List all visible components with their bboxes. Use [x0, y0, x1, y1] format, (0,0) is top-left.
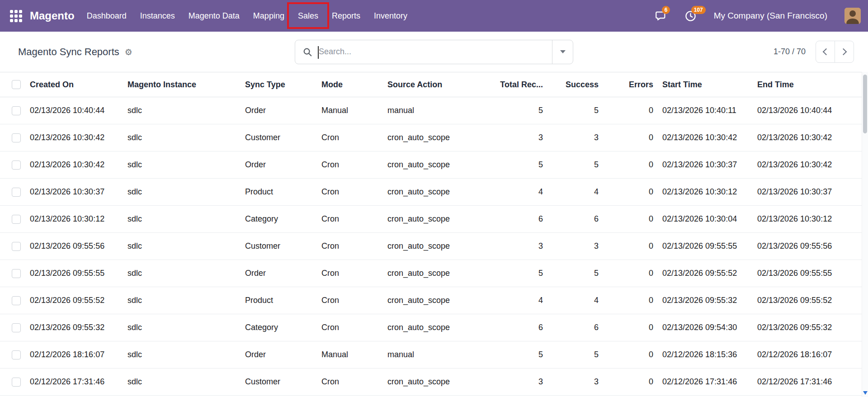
cell-magento-instance: sdlc — [123, 287, 241, 314]
activities-button[interactable]: 107 — [684, 10, 697, 22]
column-header-mode[interactable]: Mode — [317, 72, 383, 97]
select-all-checkbox[interactable] — [12, 80, 21, 89]
table-row[interactable]: 02/13/2026 09:55:32sdlcCategoryCroncron_… — [0, 314, 862, 341]
column-header-magento-instance[interactable]: Magento Instance — [123, 72, 241, 97]
cell-end-time: 02/13/2026 10:30:42 — [753, 151, 862, 179]
messages-badge: 6 — [662, 6, 670, 14]
cell-end-time: 02/13/2026 09:55:52 — [753, 287, 862, 314]
cell-source-action: cron_auto_scope — [383, 287, 491, 314]
row-checkbox[interactable] — [12, 269, 21, 278]
row-checkbox[interactable] — [12, 188, 21, 197]
table-row[interactable]: 02/12/2026 18:16:07sdlcOrderManualmanual… — [0, 341, 862, 369]
messages-button[interactable]: 6 — [655, 10, 667, 22]
scrollbar[interactable] — [862, 72, 868, 397]
table-row[interactable]: 02/13/2026 10:30:12sdlcCategoryCroncron_… — [0, 206, 862, 233]
cell-created-on: 02/13/2026 09:55:52 — [25, 287, 123, 314]
table-row[interactable]: 02/13/2026 09:55:56sdlcCustomerCroncron_… — [0, 233, 862, 260]
column-header-end-time[interactable]: End Time — [753, 72, 862, 97]
cell-mode: Cron — [317, 179, 383, 206]
cell-end-time: 02/12/2026 17:31:46 — [753, 369, 862, 396]
search-icon — [302, 47, 312, 57]
cell-sync-type: Order — [241, 151, 317, 179]
column-header-errors[interactable]: Errors — [603, 72, 658, 97]
user-avatar[interactable] — [844, 8, 861, 24]
cell-created-on: 02/13/2026 10:30:42 — [25, 124, 123, 151]
table-row[interactable]: 02/13/2026 10:30:42sdlcOrderCroncron_aut… — [0, 151, 862, 179]
company-switcher[interactable]: My Company (San Francisco) — [714, 11, 827, 21]
row-checkbox[interactable] — [12, 323, 21, 332]
cell-success: 5 — [547, 341, 603, 369]
cell-magento-instance: sdlc — [123, 97, 241, 124]
search-dropdown-toggle[interactable] — [552, 40, 573, 64]
table-row[interactable]: 02/13/2026 09:55:52sdlcProductCroncron_a… — [0, 287, 862, 314]
pager-next-button[interactable] — [835, 41, 854, 63]
cell-magento-instance: sdlc — [123, 151, 241, 179]
cell-errors: 0 — [603, 206, 658, 233]
table-row[interactable]: 02/13/2026 10:40:44sdlcOrderManualmanual… — [0, 97, 862, 124]
nav-item-dashboard[interactable]: Dashboard — [80, 0, 133, 32]
cell-magento-instance: sdlc — [123, 206, 241, 233]
cell-success: 4 — [547, 287, 603, 314]
cell-start-time: 02/13/2026 09:55:55 — [658, 233, 753, 260]
cell-created-on: 02/13/2026 10:40:44 — [25, 97, 123, 124]
table-row[interactable]: 02/12/2026 17:31:46sdlcCustomerCroncron_… — [0, 369, 862, 396]
column-header-start-time[interactable]: Start Time — [658, 72, 753, 97]
cell-mode: Manual — [317, 341, 383, 369]
nav-item-mapping[interactable]: Mapping — [246, 0, 291, 32]
records-table: Created OnMagento InstanceSync TypeModeS… — [0, 72, 862, 396]
search-input[interactable] — [316, 47, 552, 57]
cell-errors: 0 — [603, 233, 658, 260]
control-panel: Magento Sync Reports ⚙ 1-70 / 70 — [0, 32, 868, 72]
cell-mode: Cron — [317, 314, 383, 341]
row-checkbox[interactable] — [12, 161, 21, 170]
nav-item-inventory[interactable]: Inventory — [367, 0, 414, 32]
nav-item-magento-data[interactable]: Magento Data — [182, 0, 246, 32]
brand-logo[interactable]: Magento — [30, 0, 75, 32]
scrollbar-thumb[interactable] — [863, 75, 867, 133]
cell-total-records: 4 — [491, 287, 547, 314]
row-checkbox[interactable] — [12, 378, 21, 387]
table-row[interactable]: 02/13/2026 10:30:42sdlcCustomerCroncron_… — [0, 124, 862, 151]
row-checkbox[interactable] — [12, 296, 21, 305]
cell-magento-instance: sdlc — [123, 369, 241, 396]
nav-item-reports[interactable]: Reports — [325, 0, 367, 32]
cell-sync-type: Order — [241, 97, 317, 124]
cell-start-time: 02/13/2026 09:55:52 — [658, 260, 753, 287]
cell-mode: Cron — [317, 260, 383, 287]
cell-errors: 0 — [603, 369, 658, 396]
pager-previous-button[interactable] — [816, 41, 835, 63]
apps-menu-button[interactable] — [5, 0, 26, 32]
cell-success: 5 — [547, 260, 603, 287]
text-cursor — [318, 46, 319, 59]
column-header-created-on[interactable]: Created On — [25, 72, 123, 97]
cell-source-action: cron_auto_scope — [383, 369, 491, 396]
table-row[interactable]: 02/13/2026 10:30:37sdlcProductCroncron_a… — [0, 179, 862, 206]
cell-total-records: 5 — [491, 97, 547, 124]
cell-success: 3 — [547, 369, 603, 396]
nav-item-sales[interactable]: Sales — [291, 0, 325, 32]
cell-magento-instance: sdlc — [123, 314, 241, 341]
cell-magento-instance: sdlc — [123, 179, 241, 206]
pager: 1-70 / 70 — [774, 41, 854, 63]
cell-success: 3 — [547, 233, 603, 260]
search-box — [295, 40, 573, 64]
table-row[interactable]: 02/13/2026 09:55:55sdlcOrderCroncron_aut… — [0, 260, 862, 287]
scrollbar-down-arrow[interactable] — [863, 391, 868, 395]
cell-sync-type: Product — [241, 179, 317, 206]
cell-errors: 0 — [603, 314, 658, 341]
column-header-sync-type[interactable]: Sync Type — [241, 72, 317, 97]
row-checkbox[interactable] — [12, 215, 21, 224]
row-checkbox[interactable] — [12, 106, 21, 115]
column-header-source-action[interactable]: Source Action — [383, 72, 491, 97]
row-checkbox[interactable] — [12, 350, 21, 359]
cell-total-records: 6 — [491, 314, 547, 341]
nav-item-instances[interactable]: Instances — [133, 0, 182, 32]
main-menu: DashboardInstancesMagento DataMappingSal… — [80, 0, 414, 32]
cell-total-records: 5 — [491, 151, 547, 179]
cell-end-time: 02/13/2026 09:55:56 — [753, 233, 862, 260]
column-header-success[interactable]: Success — [547, 72, 603, 97]
row-checkbox[interactable] — [12, 242, 21, 251]
column-header-total-records[interactable]: Total Rec... — [491, 72, 547, 97]
row-checkbox[interactable] — [12, 133, 21, 142]
gear-icon[interactable]: ⚙ — [125, 47, 132, 57]
